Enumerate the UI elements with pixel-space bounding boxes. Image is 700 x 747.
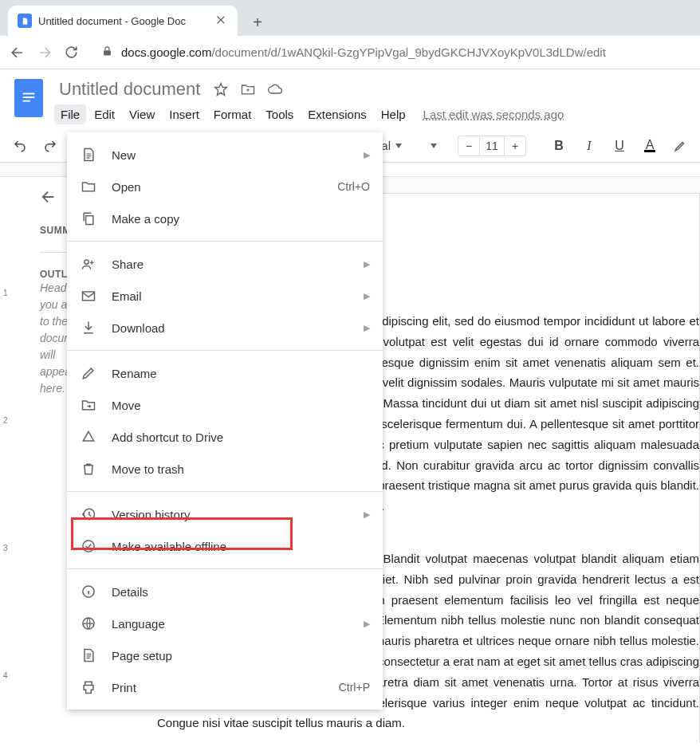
svg-point-8 <box>85 260 88 264</box>
history-icon <box>80 505 97 523</box>
print-icon <box>80 678 97 696</box>
shortcut-text: Ctrl+P <box>339 681 370 694</box>
menu-email[interactable]: Email ▶ <box>67 280 383 312</box>
svg-point-11 <box>83 541 94 552</box>
svg-rect-7 <box>86 216 93 225</box>
menu-extensions[interactable]: Extensions <box>301 104 372 124</box>
menu-format[interactable]: Format <box>207 104 258 124</box>
close-tab-icon[interactable] <box>215 14 228 27</box>
menubar: File Edit View Insert Format Tools Exten… <box>54 104 687 124</box>
menu-share[interactable]: Share ▶ <box>67 248 383 280</box>
svg-rect-2 <box>23 22 25 23</box>
submenu-arrow-icon: ▶ <box>364 619 370 629</box>
info-icon <box>80 583 97 600</box>
file-menu-dropdown: New ▶ Open Ctrl+O Make a copy Share ▶ Em… <box>67 132 383 710</box>
docs-logo[interactable] <box>11 79 46 124</box>
url-path: /document/d/1wANQkil-GzgYPipVgal_9bydGKC… <box>211 45 605 59</box>
paragraph-style-dropdown[interactable]: al <box>381 139 402 152</box>
menu-version-history[interactable]: Version history ▶ <box>67 498 383 530</box>
browser-tab-strip: Untitled document - Google Doc + <box>0 0 700 36</box>
copy-icon <box>80 210 97 227</box>
menu-open[interactable]: Open Ctrl+O <box>67 171 383 202</box>
last-edit-link[interactable]: Last edit was seconds ago <box>423 108 564 121</box>
app-header: Untitled document File Edit View Insert … <box>0 69 700 124</box>
folder-icon <box>80 178 97 195</box>
font-size-value[interactable]: 11 <box>479 136 505 155</box>
svg-rect-4 <box>23 93 35 95</box>
tab-title: Untitled document - Google Doc <box>38 15 209 27</box>
outline-collapse-icon[interactable] <box>40 195 57 208</box>
menu-make-copy[interactable]: Make a copy <box>67 202 383 234</box>
lock-icon <box>101 45 113 60</box>
rename-icon <box>80 364 97 382</box>
font-size-control: − 11 + <box>458 136 526 156</box>
menu-rename[interactable]: Rename <box>67 357 383 389</box>
submenu-arrow-icon: ▶ <box>364 509 370 520</box>
url-bar[interactable]: docs.google.com/document/d/1wANQkil-GzgY… <box>90 41 690 65</box>
star-icon[interactable] <box>213 81 229 97</box>
docs-favicon-icon <box>18 14 32 28</box>
submenu-arrow-icon: ▶ <box>364 323 370 333</box>
submenu-arrow-icon: ▶ <box>364 150 370 160</box>
menu-help[interactable]: Help <box>375 104 412 124</box>
menu-view[interactable]: View <box>123 104 161 124</box>
menu-edit[interactable]: Edit <box>88 104 121 124</box>
offline-icon <box>80 537 97 555</box>
menu-print[interactable]: Print Ctrl+P <box>67 671 383 703</box>
menu-page-setup[interactable]: Page setup <box>67 639 383 671</box>
submenu-arrow-icon: ▶ <box>364 291 370 301</box>
move-icon <box>80 396 97 414</box>
bold-button[interactable]: B <box>547 134 571 158</box>
font-size-increase[interactable]: + <box>505 136 525 156</box>
menu-add-shortcut[interactable]: Add shortcut to Drive <box>67 421 383 453</box>
highlighter-icon[interactable] <box>668 134 692 158</box>
document-icon <box>80 146 97 163</box>
underline-button[interactable]: U <box>608 134 631 158</box>
undo-button[interactable] <box>8 134 32 158</box>
menu-download[interactable]: Download ▶ <box>67 312 383 344</box>
download-icon <box>80 319 97 336</box>
redo-button[interactable] <box>38 134 62 158</box>
new-tab-button[interactable]: + <box>246 10 269 34</box>
forward-button[interactable] <box>37 45 53 61</box>
svg-rect-1 <box>23 21 26 22</box>
svg-rect-9 <box>83 292 95 301</box>
document-title[interactable]: Untitled document <box>54 78 205 100</box>
url-host: docs.google.com <box>121 45 211 59</box>
email-icon <box>80 287 97 305</box>
menu-available-offline[interactable]: Make available offline <box>67 530 383 562</box>
page-setup-icon <box>80 647 97 664</box>
vertical-ruler: 1 2 3 4 <box>0 177 16 743</box>
text-color-button[interactable]: A <box>638 134 662 158</box>
svg-rect-3 <box>104 50 111 55</box>
drive-shortcut-icon <box>80 428 97 446</box>
trash-icon <box>80 460 97 478</box>
shortcut-text: Ctrl+O <box>337 180 370 193</box>
submenu-arrow-icon: ▶ <box>364 259 370 269</box>
menu-move[interactable]: Move <box>67 389 383 421</box>
menu-language[interactable]: Language ▶ <box>67 607 383 639</box>
move-folder-icon[interactable] <box>240 81 256 97</box>
font-size-decrease[interactable]: − <box>458 136 479 156</box>
browser-tab[interactable]: Untitled document - Google Doc <box>8 6 238 36</box>
svg-rect-0 <box>23 20 26 21</box>
browser-nav-bar: docs.google.com/document/d/1wANQkil-GzgY… <box>0 36 700 69</box>
reload-button[interactable] <box>64 45 79 60</box>
svg-rect-6 <box>23 100 30 102</box>
share-icon <box>80 255 97 273</box>
menu-tools[interactable]: Tools <box>259 104 300 124</box>
back-button[interactable] <box>10 45 26 61</box>
menu-file[interactable]: File <box>54 104 86 124</box>
menu-insert[interactable]: Insert <box>163 104 206 124</box>
font-dropdown-icon[interactable] <box>431 144 437 148</box>
menu-details[interactable]: Details <box>67 576 383 607</box>
cloud-status-icon[interactable] <box>267 81 283 97</box>
menu-new[interactable]: New ▶ <box>67 139 383 171</box>
svg-rect-5 <box>23 96 35 98</box>
italic-button[interactable]: I <box>577 134 601 158</box>
globe-icon <box>80 615 97 632</box>
menu-move-to-trash[interactable]: Move to trash <box>67 453 383 485</box>
